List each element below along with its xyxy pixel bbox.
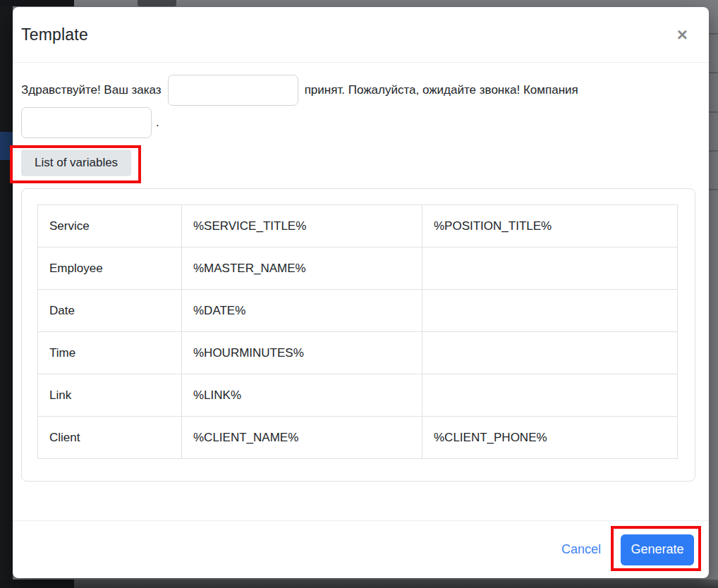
variables-table: Service%SERVICE_TITLE%%POSITION_TITLE%Em… <box>37 204 678 459</box>
background-bottom-segment <box>0 580 74 588</box>
close-icon[interactable]: × <box>673 24 692 45</box>
table-row: Employee%MASTER_NAME% <box>38 247 678 290</box>
background-sidebar-strip <box>0 0 13 580</box>
background-table-line <box>709 72 718 73</box>
table-row: Time%HOURMINUTES% <box>38 332 678 374</box>
template-text-before: Здравствуйте! Ваш заказ <box>21 83 162 97</box>
background-table-line <box>709 189 718 190</box>
variable-label-cell: Employee <box>38 247 182 290</box>
variable-value-cell: %HOURMINUTES% <box>182 332 422 374</box>
background-table-line <box>709 111 718 113</box>
template-line-2: . <box>21 107 696 138</box>
variable-value-cell-2: %CLIENT_PHONE% <box>422 417 678 459</box>
variable-label-cell: Time <box>38 332 182 374</box>
table-row: Client%CLIENT_NAME%%CLIENT_PHONE% <box>38 417 678 459</box>
template-text-period: . <box>156 116 159 130</box>
variable-label-cell: Client <box>38 417 182 459</box>
template-modal: Template × Здравствуйте! Ваш заказ приня… <box>13 7 709 578</box>
variable-value-cell-2 <box>422 374 678 417</box>
background-table-line <box>709 33 718 35</box>
template-line-1: Здравствуйте! Ваш заказ принят. Пожалуйс… <box>21 75 696 106</box>
variable-value-cell-2 <box>422 332 678 374</box>
variable-label-cell: Date <box>38 290 182 332</box>
variable-value-cell-2 <box>422 247 678 290</box>
modal-title: Template <box>21 25 88 44</box>
variable-value-cell-2: %POSITION_TITLE% <box>422 205 678 247</box>
variable-value-cell: %MASTER_NAME% <box>182 247 422 290</box>
modal-header: Template × <box>13 7 709 63</box>
variable-value-cell-2 <box>422 290 678 332</box>
list-of-variables-button[interactable]: List of variables <box>21 149 131 176</box>
background-table-line <box>709 150 718 152</box>
variable-value-cell: %SERVICE_TITLE% <box>182 205 422 247</box>
variables-card: Service%SERVICE_TITLE%%POSITION_TITLE%Em… <box>21 188 695 482</box>
variable-label-cell: Link <box>38 374 182 417</box>
cancel-button[interactable]: Cancel <box>561 542 601 557</box>
background-topbar-button <box>138 0 176 6</box>
modal-footer: Cancel Generate <box>13 520 709 578</box>
company-input[interactable] <box>21 107 152 138</box>
template-text-after: принят. Пожалуйста, ожидайте звонка! Ком… <box>305 83 578 97</box>
variable-value-cell: %LINK% <box>182 374 422 417</box>
table-row: Date%DATE% <box>38 290 678 332</box>
variables-table-body: Service%SERVICE_TITLE%%POSITION_TITLE%Em… <box>38 205 678 459</box>
table-row: Service%SERVICE_TITLE%%POSITION_TITLE% <box>38 205 678 247</box>
order-input[interactable] <box>168 75 298 106</box>
variable-label-cell: Service <box>38 205 182 247</box>
generate-button[interactable]: Generate <box>621 534 694 565</box>
background-sidebar-active-item <box>0 132 13 160</box>
modal-body: Здравствуйте! Ваш заказ принят. Пожалуйс… <box>13 63 709 520</box>
variable-value-cell: %DATE% <box>182 290 422 332</box>
variable-value-cell: %CLIENT_NAME% <box>182 417 422 459</box>
table-row: Link%LINK% <box>38 374 678 417</box>
background-topbar-segment <box>0 0 74 6</box>
background-bottom-strip <box>0 580 718 588</box>
